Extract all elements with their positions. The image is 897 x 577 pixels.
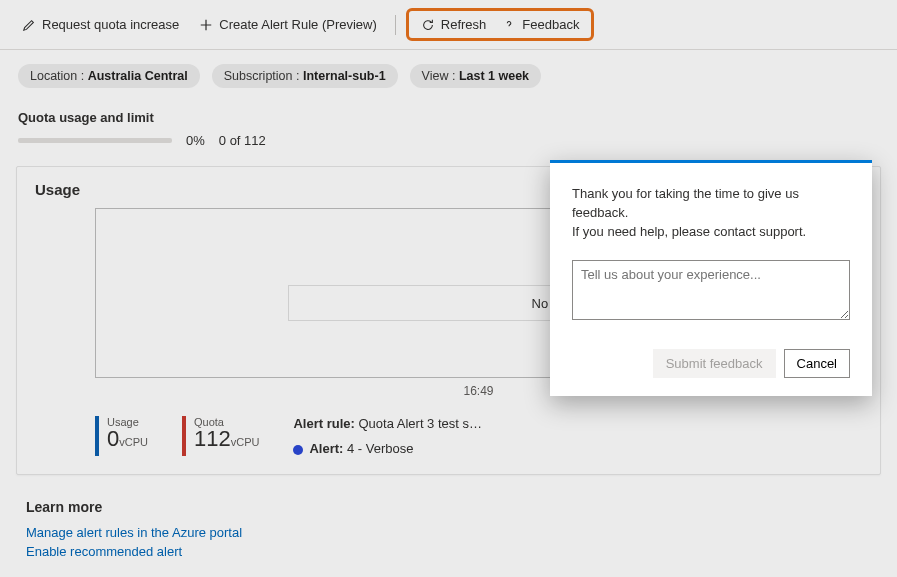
create-alert-label: Create Alert Rule (Preview) (219, 17, 377, 32)
refresh-label: Refresh (441, 17, 487, 32)
quota-progress-bar (18, 138, 172, 143)
toolbar: Request quota increase Create Alert Rule… (0, 0, 897, 50)
plus-icon (199, 18, 213, 32)
cancel-button[interactable]: Cancel (784, 349, 850, 378)
link-manage-alert-rules[interactable]: Manage alert rules in the Azure portal (0, 523, 897, 542)
toolbar-separator (395, 15, 396, 35)
alert-value: 4 - Verbose (343, 441, 413, 456)
pencil-icon (22, 18, 36, 32)
filter-location[interactable]: Location : Australia Central (18, 64, 200, 88)
refresh-icon (421, 18, 435, 32)
request-quota-button[interactable]: Request quota increase (14, 13, 187, 36)
legend-row: Usage 0vCPU Quota 112vCPU Alert rule: Qu… (95, 416, 862, 456)
link-enable-recommended-alert[interactable]: Enable recommended alert (0, 542, 897, 561)
alert-dot-icon (293, 445, 303, 455)
feedback-label: Feedback (522, 17, 579, 32)
legend-usage-value: 0 (107, 426, 119, 451)
legend-usage: Usage 0vCPU (95, 416, 148, 456)
legend-quota-value: 112 (194, 426, 231, 451)
legend-quota-unit: vCPU (231, 436, 260, 448)
quota-of-text: 0 of 112 (219, 133, 266, 148)
request-quota-label: Request quota increase (42, 17, 179, 32)
filter-pills: Location : Australia Central Subscriptio… (0, 50, 897, 96)
modal-actions: Submit feedback Cancel (572, 349, 850, 378)
alert-meta: Alert rule: Quota Alert 3 test s… Alert:… (293, 416, 482, 456)
quota-progress-row: 0% 0 of 112 (0, 131, 897, 160)
alert-label: Alert: (309, 441, 343, 456)
feedback-modal: Thank you for taking the time to give us… (550, 160, 872, 396)
filter-view[interactable]: View : Last 1 week (410, 64, 541, 88)
feedback-modal-line1: Thank you for taking the time to give us… (572, 185, 850, 223)
legend-quota-bar (182, 416, 186, 456)
alert-rule-label: Alert rule: (293, 416, 354, 431)
refresh-button[interactable]: Refresh (413, 13, 495, 36)
feedback-highlight: Refresh Feedback (406, 8, 595, 41)
quota-pct: 0% (186, 133, 205, 148)
feedback-button[interactable]: Feedback (494, 13, 587, 36)
create-alert-button[interactable]: Create Alert Rule (Preview) (191, 13, 385, 36)
legend-quota: Quota 112vCPU (182, 416, 259, 456)
legend-usage-bar (95, 416, 99, 456)
alert-rule-value: Quota Alert 3 test s… (355, 416, 482, 431)
filter-subscription[interactable]: Subscription : Internal-sub-1 (212, 64, 398, 88)
feedback-modal-line2: If you need help, please contact support… (572, 223, 850, 242)
learn-more-title: Learn more (0, 485, 897, 523)
feedback-textarea[interactable] (572, 260, 850, 320)
question-icon (502, 18, 516, 32)
submit-feedback-button[interactable]: Submit feedback (653, 349, 776, 378)
quota-title: Quota usage and limit (0, 96, 897, 131)
legend-usage-unit: vCPU (119, 436, 148, 448)
